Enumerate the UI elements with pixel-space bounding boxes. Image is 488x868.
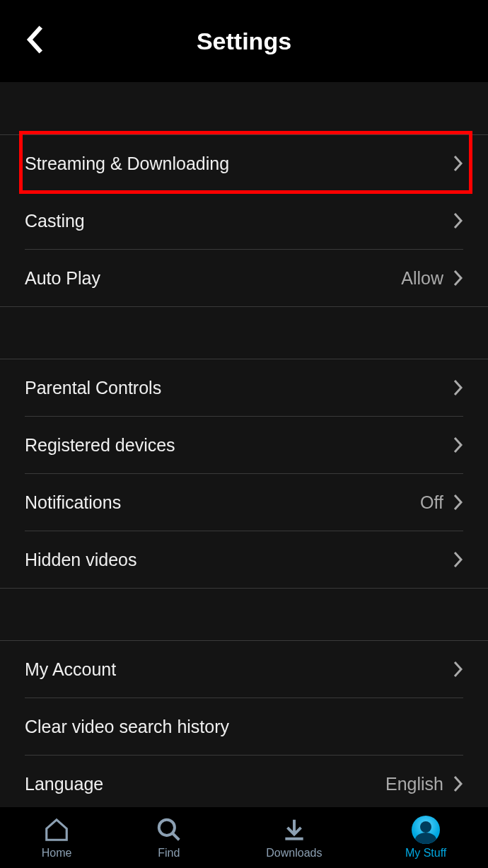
row-label: Registered devices <box>25 435 175 456</box>
row-label: Clear video search history <box>25 717 229 737</box>
nav-label: Downloads <box>266 847 322 860</box>
row-right: Off <box>420 492 463 513</box>
nav-find[interactable]: Find <box>155 816 183 860</box>
row-my-account[interactable]: My Account <box>0 641 488 698</box>
chevron-right-icon <box>453 661 463 678</box>
row-right: English <box>385 774 463 794</box>
row-right: Allow <box>401 268 463 289</box>
nav-home[interactable]: Home <box>42 816 72 860</box>
chevron-right-icon <box>453 270 463 287</box>
nav-my-stuff[interactable]: My Stuff <box>405 816 446 860</box>
row-registered-devices[interactable]: Registered devices <box>0 417 488 473</box>
settings-content: Streaming & Downloading Casting Auto Pla… <box>0 82 488 807</box>
chevron-right-icon <box>453 379 463 396</box>
row-right <box>453 379 463 396</box>
chevron-right-icon <box>453 212 463 229</box>
row-label: Casting <box>25 211 85 231</box>
nav-label: Home <box>42 847 72 860</box>
row-right <box>453 661 463 678</box>
chevron-right-icon <box>453 436 463 453</box>
row-right <box>453 155 463 172</box>
row-label: Streaming & Downloading <box>25 154 229 174</box>
row-value: English <box>385 774 443 794</box>
bottom-nav: Home Find Downloads My Stuff <box>0 807 488 868</box>
row-hidden-videos[interactable]: Hidden videos <box>0 531 488 588</box>
row-parental-controls[interactable]: Parental Controls <box>0 359 488 416</box>
row-clear-search-history[interactable]: Clear video search history <box>0 698 488 755</box>
chevron-left-icon <box>25 25 45 54</box>
row-label: Language <box>25 774 103 794</box>
row-right <box>453 551 463 568</box>
search-icon <box>155 816 183 844</box>
chevron-right-icon <box>453 494 463 511</box>
row-label: Parental Controls <box>25 378 161 398</box>
nav-label: My Stuff <box>405 847 446 860</box>
row-language[interactable]: Language English <box>0 756 488 807</box>
row-casting[interactable]: Casting <box>0 192 488 249</box>
avatar-icon <box>412 816 440 844</box>
header: Settings <box>0 0 488 82</box>
chevron-right-icon <box>453 551 463 568</box>
row-value: Allow <box>401 268 443 289</box>
row-label: Notifications <box>25 492 121 513</box>
back-button[interactable] <box>25 25 45 57</box>
row-right <box>453 212 463 229</box>
section-gap <box>0 306 488 359</box>
row-streaming-downloading[interactable]: Streaming & Downloading <box>0 135 488 192</box>
section-gap <box>0 588 488 641</box>
page-title: Settings <box>0 28 488 55</box>
download-icon <box>280 816 308 844</box>
nav-label: Find <box>158 847 180 860</box>
row-label: Hidden videos <box>25 550 136 570</box>
row-auto-play[interactable]: Auto Play Allow <box>0 250 488 306</box>
row-label: Auto Play <box>25 268 100 289</box>
row-value: Off <box>420 492 443 513</box>
svg-line-1 <box>173 833 180 840</box>
section-gap <box>0 82 488 135</box>
row-right <box>453 436 463 453</box>
row-notifications[interactable]: Notifications Off <box>0 474 488 531</box>
nav-downloads[interactable]: Downloads <box>266 816 322 860</box>
row-label: My Account <box>25 659 116 680</box>
svg-point-0 <box>159 820 175 835</box>
chevron-right-icon <box>453 155 463 172</box>
home-icon <box>42 816 71 844</box>
chevron-right-icon <box>453 775 463 792</box>
